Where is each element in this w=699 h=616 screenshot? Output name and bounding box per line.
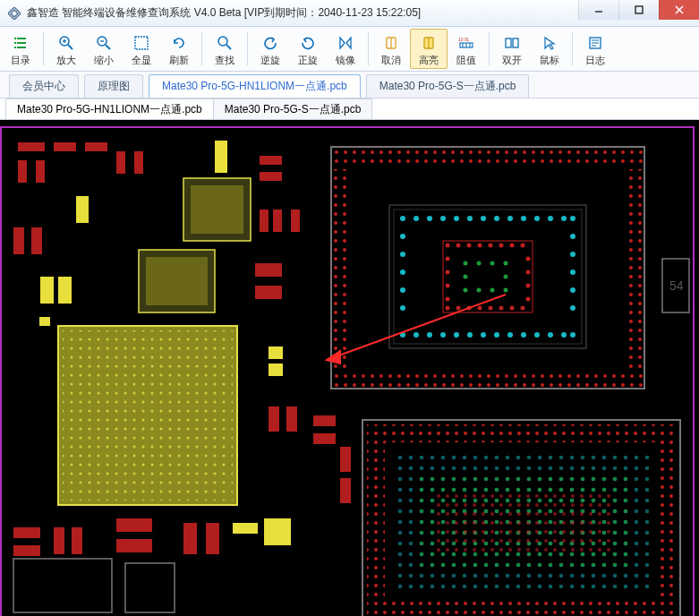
toolbar-mirror[interactable]: 镜像 [327,29,364,69]
toolbar-divider [43,32,44,65]
svg-point-215 [570,252,575,257]
svg-point-116 [406,374,410,378]
toolbar-catalog[interactable]: 目录 [2,29,39,69]
svg-point-174 [612,383,616,387]
svg-point-189 [507,216,513,221]
svg-point-121 [451,374,455,378]
svg-point-81 [406,159,410,163]
svg-point-156 [451,383,455,387]
svg-point-114 [388,374,392,378]
maximize-button[interactable] [618,0,659,20]
svg-point-60 [532,150,535,154]
svg-point-136 [585,374,589,378]
svg-point-196 [413,332,419,338]
svg-point-182 [413,216,419,221]
svg-point-143 [335,383,338,387]
svg-point-167 [550,383,553,387]
svg-point-135 [576,374,580,378]
nav-tab-pcb-1[interactable]: Mate30 Pro-5G-HN1LIONM一点通.pcb [149,74,361,98]
window-title: 鑫智造 智能终端设备维修查询系统 V4.0 Beta [VIP到期时间：2040… [27,5,421,21]
svg-rect-259 [367,424,676,442]
svg-rect-307 [76,196,89,223]
nav-tab-member-center[interactable]: 会员中心 [9,74,79,98]
toolbar-zoom-in[interactable]: 放大 [47,29,85,69]
svg-point-130 [532,374,535,378]
svg-rect-281 [260,172,282,181]
doc-tab-2[interactable]: Mate30 Pro-5G-S一点通.pcb [213,98,373,119]
svg-point-132 [550,374,553,378]
svg-rect-178 [334,169,350,371]
svg-point-52 [460,150,464,154]
nav-tab-pcb-2[interactable]: Mate30 Pro-5G-S一点通.pcb [366,74,530,98]
svg-point-97 [550,159,553,163]
svg-rect-286 [255,286,282,299]
svg-point-108 [335,374,338,378]
svg-point-252 [490,288,495,293]
rotate-ccw-icon [262,33,278,53]
svg-point-155 [442,383,446,387]
toolbar-rotate-cw[interactable]: 正旋 [289,29,327,69]
svg-point-227 [521,244,525,248]
svg-rect-296 [72,527,82,554]
svg-rect-1 [635,6,643,13]
toolbar-cursor[interactable]: 鼠标 [531,29,568,69]
toolbar-search[interactable]: 查找 [206,29,243,69]
toolbar-zoom-out[interactable]: 缩小 [85,29,123,69]
svg-rect-301 [340,447,351,472]
svg-point-51 [451,150,455,154]
svg-rect-17 [135,37,148,49]
close-button[interactable] [659,0,699,20]
toolbar-rotate-ccw[interactable]: 逆旋 [251,29,289,69]
svg-rect-310 [39,317,50,326]
window-controls [578,0,699,20]
svg-rect-276 [18,160,27,183]
svg-point-68 [603,150,607,154]
svg-point-112 [371,374,374,378]
svg-point-170 [576,383,580,387]
svg-point-86 [451,159,455,163]
svg-rect-308 [233,523,258,534]
svg-point-92 [505,159,508,163]
svg-point-67 [594,150,598,154]
svg-rect-305 [40,277,54,304]
svg-point-53 [469,150,473,154]
svg-rect-30 [513,38,518,47]
svg-point-46 [406,150,410,154]
refresh-icon [171,33,187,53]
svg-point-134 [567,374,571,378]
nav-tab-schematic[interactable]: 原理图 [84,74,143,98]
svg-rect-5 [17,38,26,39]
svg-point-203 [507,332,513,338]
toolbar-dual[interactable]: 双开 [493,29,531,69]
svg-point-218 [570,305,575,311]
svg-point-172 [594,383,598,387]
toolbar-log[interactable]: 日志 [576,29,614,69]
svg-point-148 [379,383,383,387]
svg-point-232 [489,306,493,311]
svg-rect-277 [36,160,45,183]
svg-point-152 [415,383,419,387]
toolbar-cancel[interactable]: 取消 [372,29,410,69]
svg-rect-275 [85,142,107,151]
svg-point-122 [460,374,464,378]
svg-point-231 [478,306,482,311]
svg-rect-292 [31,227,42,254]
svg-point-80 [397,159,401,163]
svg-point-226 [510,244,515,248]
log-icon [587,33,603,53]
svg-point-120 [442,374,446,378]
svg-point-158 [469,383,473,387]
toolbar-refresh[interactable]: 刷新 [160,29,198,69]
svg-point-101 [585,159,589,163]
svg-point-186 [467,216,473,221]
svg-point-59 [523,150,526,154]
search-icon [217,33,233,53]
doc-tab-1[interactable]: Mate30 Pro-5G-HN1LIONM一点通.pcb [5,98,214,119]
pcb-canvas[interactable]: 54 [0,120,699,616]
svg-point-71 [630,150,634,154]
toolbar-highlight[interactable]: 高亮 [410,29,448,69]
toolbar-resistance[interactable]: 10 0L 阻值 [448,29,485,69]
minimize-button[interactable] [578,0,618,20]
svg-point-223 [478,244,482,248]
toolbar-fit[interactable]: 全显 [123,29,160,69]
